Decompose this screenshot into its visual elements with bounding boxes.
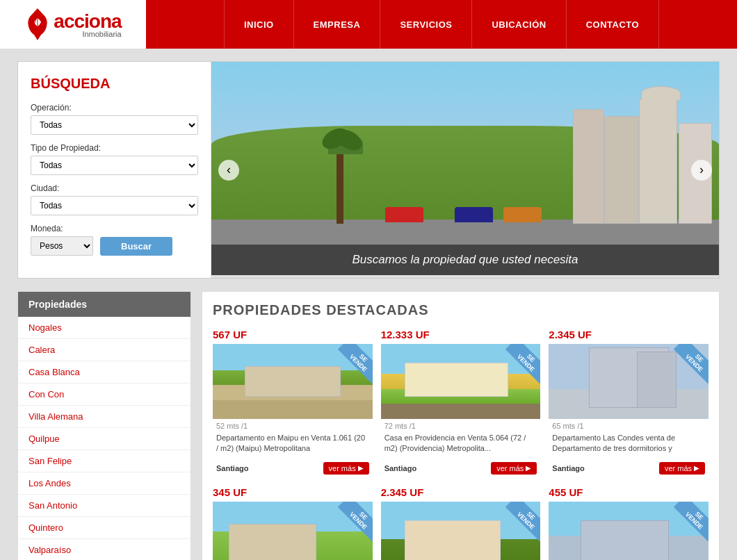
- ver-mas-button-0[interactable]: ver más ▶: [323, 462, 369, 475]
- property-img-wrap-4: SE VENDE: [381, 502, 541, 560]
- sidebar-item-villaalemana[interactable]: Villa Alemana: [18, 406, 191, 428]
- buscar-button[interactable]: Buscar: [100, 237, 172, 256]
- nav-servicios[interactable]: SERVICIOS: [380, 0, 472, 49]
- property-img-wrap-1: SE VENDE: [381, 344, 541, 419]
- property-img-wrap-2: SE VENDE: [549, 344, 708, 419]
- featured-title: PROPIEDADES DESTACADAS: [213, 302, 708, 318]
- nav-ubicacion[interactable]: UBICACIÓN: [472, 0, 566, 49]
- property-price-5: 455 UF: [549, 486, 708, 498]
- sidebar-item-quintero[interactable]: Quintero: [18, 517, 191, 539]
- property-footer-0: Santiago ver más ▶: [213, 459, 373, 478]
- logo-inner: acciona Inmobiliaria: [24, 7, 121, 42]
- ciudad-group: Ciudad: Todas Santiago Valparaíso Viña d…: [31, 183, 198, 215]
- property-img-wrap-0: SE VENDE: [213, 344, 373, 419]
- sidebar-item-losandes[interactable]: Los Andes: [18, 472, 191, 495]
- main-nav: INICIO EMPRESA SERVICIOS UBICACIÓN CONTA…: [146, 0, 737, 49]
- operacion-label: Operación:: [31, 103, 198, 113]
- tipo-select[interactable]: Todas Casa Departamento Oficina: [31, 156, 198, 175]
- property-location-2: Santiago: [552, 464, 584, 472]
- se-vende-ribbon-5: SE VENDE: [663, 502, 708, 547]
- operacion-select[interactable]: Todas Arriendo Venta: [31, 115, 198, 135]
- property-meta-1: 72 mts /1: [381, 419, 541, 431]
- se-vende-ribbon-2: SE VENDE: [663, 344, 708, 389]
- tipo-group: Tipo de Propiedad: Todas Casa Departamen…: [31, 143, 198, 175]
- sidebar-item-quilpue[interactable]: Quilpue: [18, 428, 191, 450]
- sidebar-item-sanantonio[interactable]: San Antonio: [18, 495, 191, 517]
- tipo-label: Tipo de Propiedad:: [31, 143, 198, 153]
- ciudad-label: Ciudad:: [31, 183, 198, 193]
- property-card-0: 567 UF SE VENDE 52 mts /1: [213, 329, 373, 478]
- property-meta-0: 52 mts /1: [213, 419, 373, 431]
- property-desc-1: Casa en Providencia en Venta 5.064 (72 /…: [381, 431, 541, 456]
- operacion-group: Operación: Todas Arriendo Venta: [31, 103, 198, 135]
- property-footer-2: Santiago ver más ▶: [549, 459, 708, 478]
- logo-container: acciona Inmobiliaria: [0, 0, 146, 49]
- property-footer-1: Santiago ver más ▶: [381, 459, 541, 478]
- property-card-5: 455 UF SE VENDE: [549, 486, 708, 560]
- logo-icon: [24, 7, 51, 42]
- properties-sidebar-title: Propiedades: [18, 292, 191, 317]
- top-section: BÚSQUEDA Operación: Todas Arriendo Venta…: [17, 61, 720, 279]
- sidebar-item-sanfelipe[interactable]: San Felipe: [18, 450, 191, 472]
- property-desc-0: Departamento en Maipu en Venta 1.061 (20…: [213, 431, 373, 456]
- moneda-group: Moneda: Pesos UF USD Buscar: [31, 224, 198, 256]
- property-location-0: Santiago: [216, 464, 248, 472]
- sidebar-item-valparaiso[interactable]: Valparaíso: [18, 539, 191, 560]
- slider-section: Buscamos la propiedad que usted necesita…: [211, 62, 719, 278]
- moneda-select[interactable]: Pesos UF USD: [31, 236, 93, 256]
- property-price-2: 2.345 UF: [549, 329, 708, 340]
- properties-sidebar: Propiedades Nogales Calera Casa Blanca C…: [17, 291, 191, 560]
- se-vende-ribbon-1: SE VENDE: [495, 344, 540, 389]
- moneda-label: Moneda:: [31, 224, 198, 233]
- slider-caption: Buscamos la propiedad que usted necesita: [211, 245, 719, 275]
- se-vende-ribbon-3: SE VENDE: [327, 502, 373, 547]
- ver-mas-button-1[interactable]: ver más ▶: [491, 462, 537, 475]
- bottom-section: Propiedades Nogales Calera Casa Blanca C…: [17, 291, 720, 560]
- sidebar-item-casablanca[interactable]: Casa Blanca: [18, 361, 191, 384]
- main-content: BÚSQUEDA Operación: Todas Arriendo Venta…: [0, 49, 737, 560]
- property-card-1: 12.333 UF SE VENDE 72 mts /1 Casa en Pro…: [381, 329, 541, 478]
- properties-grid: 567 UF SE VENDE 52 mts /1: [213, 329, 708, 560]
- property-price-1: 12.333 UF: [381, 329, 541, 340]
- slider-next-button[interactable]: ›: [691, 160, 712, 181]
- ciudad-select[interactable]: Todas Santiago Valparaíso Viña del Mar: [31, 196, 198, 215]
- search-panel: BÚSQUEDA Operación: Todas Arriendo Venta…: [18, 62, 211, 278]
- search-title: BÚSQUEDA: [31, 76, 198, 92]
- property-location-1: Santiago: [384, 464, 416, 472]
- header: acciona Inmobiliaria INICIO EMPRESA SERV…: [0, 0, 737, 49]
- featured-section: PROPIEDADES DESTACADAS 567 UF: [202, 291, 720, 560]
- property-price-0: 567 UF: [213, 329, 373, 340]
- sidebar-item-calera[interactable]: Calera: [18, 339, 191, 361]
- property-desc-2: Departamento Las Condes venta de Departa…: [549, 431, 708, 456]
- ver-mas-button-2[interactable]: ver más ▶: [659, 462, 705, 475]
- sidebar-item-concon[interactable]: Con Con: [18, 384, 191, 406]
- property-price-3: 345 UF: [213, 486, 373, 498]
- nav-inicio[interactable]: INICIO: [224, 0, 294, 49]
- property-price-4: 2.345 UF: [381, 486, 541, 498]
- slider-scene: Buscamos la propiedad que usted necesita: [211, 62, 719, 275]
- property-card-4: 2.345 UF SE VENDE: [381, 486, 541, 560]
- property-meta-2: 65 mts /1: [549, 419, 708, 431]
- property-img-wrap-5: SE VENDE: [549, 502, 708, 560]
- property-card-2: 2.345 UF SE VENDE 65 mts /1 Departamento…: [549, 329, 708, 478]
- logo-text-group: acciona Inmobiliaria: [54, 10, 121, 38]
- slider-prev-button[interactable]: ‹: [218, 160, 239, 181]
- nav-empresa[interactable]: EMPRESA: [294, 0, 381, 49]
- nav-contacto[interactable]: CONTACTO: [567, 0, 659, 49]
- sidebar-item-nogales[interactable]: Nogales: [18, 317, 191, 339]
- property-card-3: 345 UF SE VENDE: [213, 486, 373, 560]
- se-vende-ribbon-4: SE VENDE: [495, 502, 540, 547]
- property-img-wrap-3: SE VENDE: [213, 502, 373, 560]
